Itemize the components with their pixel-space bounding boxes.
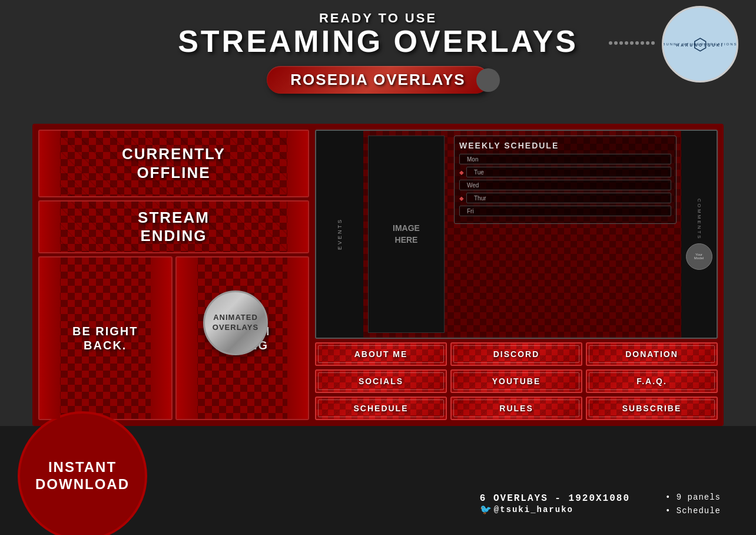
left-panels: CURRENTLYOFFLINE STREAMENDING BE RIGHTBA… [38, 130, 309, 420]
stream-overlay-area: EVENTS IMAGEHERE WEEKLY SCHEDULE Mon [315, 130, 718, 339]
twitter-icon: 🐦 [480, 504, 492, 515]
socials-button[interactable]: SOCIALS [315, 369, 447, 393]
about-me-button[interactable]: ABOUT ME [315, 342, 447, 366]
image-placeholder-box: IMAGEHERE [368, 136, 445, 333]
donation-button[interactable]: DONATION [586, 342, 718, 366]
logo-circle: HARUNOTSUKI ⬡ Bunny Vtuber Creations [662, 6, 738, 82]
comments-panel: COMMENTS YourModel [681, 131, 717, 338]
model-text: YourModel [694, 253, 704, 260]
faq-button[interactable]: F.A.Q. [586, 369, 718, 393]
panels-count: • 9 panels [665, 491, 721, 504]
decorative-dots [609, 41, 656, 45]
brb-panel: BE RIGHTBACK. [38, 256, 173, 420]
diamond-icon-tue: ◆ [459, 169, 464, 176]
right-section: EVENTS IMAGEHERE WEEKLY SCHEDULE Mon [315, 130, 718, 420]
day-tue: Tue [470, 169, 484, 176]
schedule-row-mon: Mon [459, 154, 671, 164]
brand-name: ROSEDIA OVERLAYS [290, 71, 465, 88]
stream-ending-panel: STREAMENDING [38, 200, 309, 253]
stream-ending-text: STREAMENDING [138, 209, 210, 245]
offline-panel: CURRENTLYOFFLINE [38, 130, 309, 197]
instant-download-circle: INSTANTDOWNLOAD [18, 411, 147, 535]
faq-label: F.A.Q. [592, 377, 712, 386]
comments-label: COMMENTS [697, 199, 702, 240]
schedule-row-wed: Wed [459, 180, 671, 190]
model-placeholder: YourModel [686, 243, 712, 270]
overlays-spec: 6 OVERLAYS - 1920X1080 [480, 493, 630, 504]
events-panel: EVENTS [316, 131, 363, 338]
donation-label: DONATION [592, 349, 712, 359]
bottom-specs: 6 OVERLAYS - 1920X1080 🐦 @tsuki_haruko [480, 493, 630, 515]
schedule-row-thur: ◆ Thur [459, 193, 671, 203]
discord-label: DISCORD [456, 349, 576, 359]
schedule-button[interactable]: SCHEDULE [315, 397, 447, 420]
schedule-row-tue: ◆ Tue [459, 167, 671, 177]
subscribe-label: SUBSCRIBE [592, 404, 712, 413]
schedule-feature: • Schedule [665, 504, 721, 517]
main-area: CURRENTLYOFFLINE STREAMENDING BE RIGHTBA… [32, 124, 724, 426]
schedule-label: SCHEDULE [321, 404, 441, 413]
youtube-button[interactable]: YOUTUBE [450, 369, 582, 393]
schedule-area: WEEKLY SCHEDULE Mon ◆ Tue [449, 131, 681, 338]
logo-bottom-text: Bunny Vtuber Creations [662, 42, 737, 46]
header-section: READY TO USE STREAMING OVERLAYS ROSEDIA … [0, 0, 756, 100]
discord-button[interactable]: DISCORD [450, 342, 582, 366]
rules-button[interactable]: RULES [450, 397, 582, 420]
day-wed: Wed [463, 182, 479, 189]
brand-badge: ROSEDIA OVERLAYS [267, 66, 489, 94]
animated-badge-text: ANIMATEDOVERLAYS [213, 313, 258, 333]
image-placeholder-text: IMAGEHERE [393, 223, 420, 246]
bottom-features: • 9 panels • Schedule [665, 491, 721, 517]
bottom-info: 6 OVERLAYS - 1920X1080 🐦 @tsuki_haruko •… [480, 491, 721, 517]
twitter-handle: 🐦 @tsuki_haruko [480, 504, 630, 515]
schedule-title: WEEKLY SCHEDULE [459, 141, 671, 150]
bottom-panels-group: BE RIGHTBACK. STREAMENDING [38, 256, 309, 420]
brb-text: BE RIGHTBACK. [72, 324, 138, 352]
events-label: EVENTS [337, 218, 343, 250]
schedule-row-fri: Fri [459, 206, 671, 216]
about-me-label: ABOUT ME [321, 349, 441, 359]
subscribe-button[interactable]: SUBSCRIBE [586, 397, 718, 420]
panel-buttons-grid: ABOUT ME DISCORD DONATION SOCIALS YOUTUB… [315, 342, 718, 420]
overlay-center: IMAGEHERE WEEKLY SCHEDULE Mon ◆ [363, 131, 681, 338]
offline-text: CURRENTLYOFFLINE [122, 145, 226, 181]
day-fri: Fri [463, 208, 474, 214]
instant-download-text: INSTANTDOWNLOAD [35, 459, 130, 493]
day-thur: Thur [470, 195, 486, 202]
animated-overlays-badge: ANIMATEDOVERLAYS [203, 290, 268, 355]
twitter-username: @tsuki_haruko [494, 505, 573, 514]
day-mon: Mon [463, 156, 478, 163]
bottom-bar: INSTANTDOWNLOAD 6 OVERLAYS - 1920X1080 🐦… [0, 426, 756, 535]
rules-label: RULES [456, 404, 576, 413]
youtube-label: YOUTUBE [456, 377, 576, 386]
socials-label: SOCIALS [321, 377, 441, 386]
diamond-icon-thur: ◆ [459, 195, 464, 202]
